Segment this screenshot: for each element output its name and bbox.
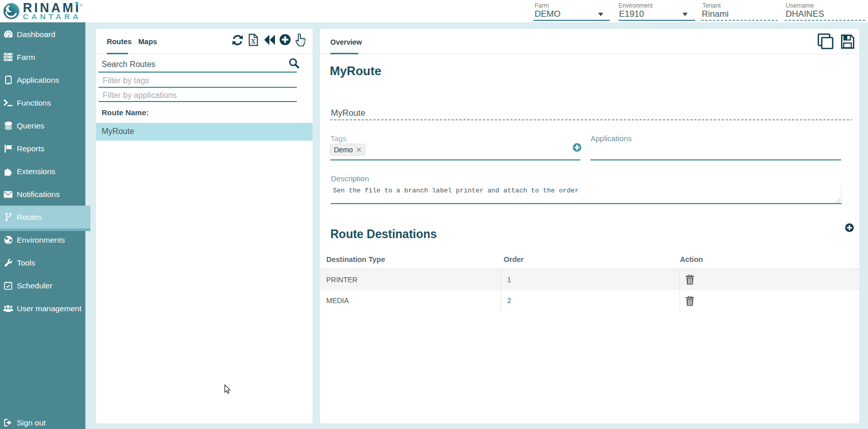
svg-text:x: x xyxy=(251,35,256,46)
